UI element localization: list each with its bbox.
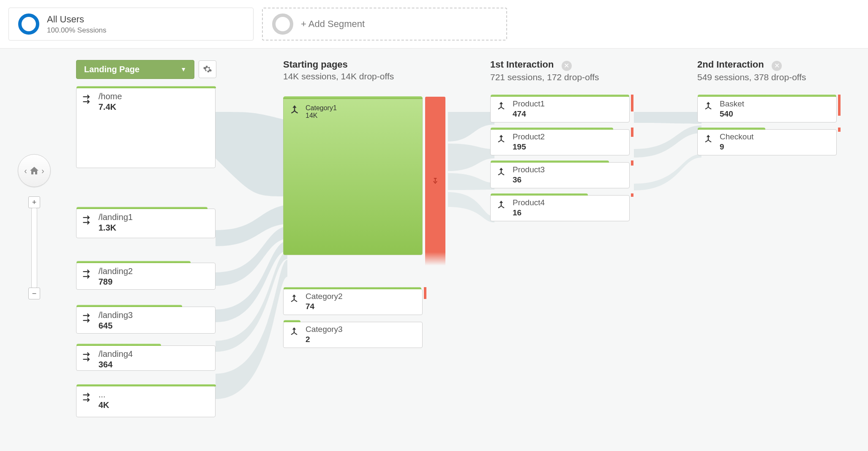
node-value: 789: [98, 277, 133, 287]
node-red-strip: [631, 193, 633, 197]
arrows-icon: [82, 351, 93, 364]
col-subtitle: 721 sessions, 172 drop-offs: [490, 72, 697, 82]
node-label: ...: [98, 390, 109, 399]
node-green-cap: [76, 261, 191, 263]
merge-icon: [703, 101, 715, 114]
merge-icon: [496, 101, 508, 114]
node-label: Product1: [513, 99, 545, 109]
flow-node[interactable]: /landing11.3K: [76, 209, 216, 238]
node-category1-wrap: Category1 14K: [283, 96, 490, 255]
node-red-strip: [838, 128, 841, 132]
zoom-out-button[interactable]: −: [28, 288, 40, 299]
arrows-icon: [82, 268, 93, 282]
node-value: 1.3K: [98, 223, 133, 233]
flow-node[interactable]: Product336: [490, 162, 630, 188]
node-red-strip: [424, 287, 426, 299]
node-label: Product3: [513, 165, 545, 174]
flow-node[interactable]: Product416: [490, 195, 630, 221]
node-green-cap: [698, 95, 836, 97]
flow-node[interactable]: /landing2789: [76, 263, 216, 290]
flow-node[interactable]: Product2195: [490, 129, 630, 155]
node-label: Product4: [513, 198, 545, 207]
node-red-strip: [631, 160, 633, 166]
flow-node[interactable]: ...4K: [76, 386, 216, 417]
arrows-icon: [82, 391, 93, 405]
col-starting: Starting pages 14K sessions, 14K drop-of…: [283, 59, 490, 424]
merge-icon: [289, 326, 300, 339]
dropoff-bar: [425, 97, 445, 266]
col-second-interaction: 2nd Interaction ✕ 549 sessions, 378 drop…: [697, 59, 868, 424]
node-value: 540: [720, 109, 744, 119]
node-green-cap: [76, 305, 182, 307]
flow-node[interactable]: Category274: [283, 289, 423, 315]
caret-down-icon: ▼: [180, 66, 186, 73]
node-label: Checkout: [720, 132, 753, 141]
node-value: 7.4K: [98, 102, 122, 112]
node-value: 195: [513, 142, 545, 152]
node-label: Category3: [306, 325, 343, 334]
merge-icon: [496, 134, 508, 147]
node-label: Category1: [306, 104, 337, 112]
settings-button[interactable]: [199, 60, 216, 78]
chevron-left-icon[interactable]: ‹: [24, 166, 27, 176]
flow-node[interactable]: Category32: [283, 322, 423, 348]
segment-all-users[interactable]: All Users 100.00% Sessions: [8, 8, 254, 41]
close-column-button[interactable]: ✕: [562, 61, 572, 71]
segment-subtitle: 100.00% Sessions: [47, 26, 106, 35]
close-column-button[interactable]: ✕: [772, 61, 782, 71]
node-green-cap: [698, 128, 765, 130]
node-green-cap: [76, 207, 207, 209]
flow-node[interactable]: /landing3645: [76, 307, 216, 334]
add-segment-button[interactable]: + Add Segment: [262, 8, 507, 41]
flow-node[interactable]: /home7.4K: [76, 88, 216, 168]
home-icon[interactable]: [29, 166, 40, 176]
nav-home-control[interactable]: ‹ ›: [18, 154, 51, 187]
nav-control: ‹ › + −: [18, 154, 51, 299]
merge-icon: [496, 200, 508, 212]
node-green-cap: [284, 287, 421, 289]
dimension-row: Landing Page ▼: [76, 59, 283, 79]
node-value: 364: [98, 360, 133, 369]
node-label: /landing2: [98, 266, 133, 276]
node-green-cap: [491, 160, 609, 163]
add-segment-label: + Add Segment: [301, 19, 365, 30]
col-title: 2nd Interaction: [697, 59, 764, 70]
col-subtitle: 14K sessions, 14K drop-offs: [283, 71, 490, 82]
arrows-icon: [82, 214, 93, 228]
col-landing: Landing Page ▼ /home7.4K/landing11.3K/la…: [76, 59, 283, 424]
node-green-cap: [76, 384, 216, 386]
merge-icon: [289, 104, 300, 118]
node-value: 9: [720, 142, 753, 152]
flow-node[interactable]: /landing4364: [76, 345, 216, 371]
segment-ring-placeholder-icon: [272, 14, 293, 35]
flow-node[interactable]: Product1474: [490, 96, 630, 122]
node-category1[interactable]: Category1 14K: [283, 99, 423, 255]
node-label: Basket: [720, 99, 744, 109]
dimension-select[interactable]: Landing Page ▼: [76, 60, 194, 79]
zoom-control: + −: [28, 196, 40, 299]
node-value: 645: [98, 321, 133, 331]
zoom-in-button[interactable]: +: [28, 196, 40, 208]
merge-icon: [289, 293, 300, 306]
node-value: 2: [306, 335, 343, 344]
flow-node[interactable]: Basket540: [697, 96, 837, 122]
node-value: 14K: [306, 112, 337, 120]
node-red-strip: [631, 95, 633, 111]
node-green-cap: [491, 193, 588, 196]
arrows-icon: [82, 312, 93, 326]
node-label: /home: [98, 92, 122, 101]
col-subtitle: 549 sessions, 378 drop-offs: [697, 72, 868, 82]
flow-node[interactable]: Checkout9: [697, 129, 837, 155]
node-label: /landing4: [98, 349, 133, 359]
node-green-cap: [491, 95, 629, 97]
flow-area: ‹ › + − Landing Pag: [0, 49, 868, 451]
node-green-cap: [284, 320, 300, 322]
node-value: 474: [513, 109, 545, 119]
chevron-right-icon[interactable]: ›: [41, 166, 44, 176]
node-value: 16: [513, 208, 545, 217]
segment-ring-icon: [18, 14, 39, 35]
flow-columns: Landing Page ▼ /home7.4K/landing11.3K/la…: [76, 59, 868, 424]
node-label: Product2: [513, 132, 545, 141]
zoom-slider[interactable]: [31, 208, 37, 288]
node-green-cap: [76, 86, 216, 88]
